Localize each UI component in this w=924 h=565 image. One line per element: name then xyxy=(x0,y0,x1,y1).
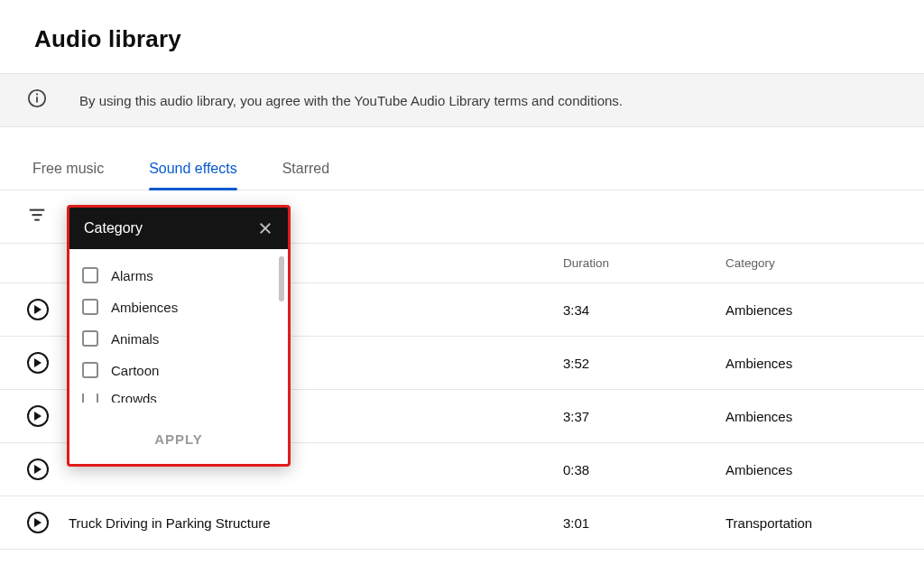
filter-option-ambiences[interactable]: Ambiences xyxy=(82,299,275,315)
tab-starred[interactable]: Starred xyxy=(282,161,329,190)
track-duration: 3:37 xyxy=(563,409,725,424)
option-label: Alarms xyxy=(111,268,153,283)
svg-marker-6 xyxy=(34,305,42,314)
popup-header: Category xyxy=(69,208,288,249)
option-label: Cartoon xyxy=(111,363,159,378)
table-row: Truck Driving in Parking Structure 3:01 … xyxy=(0,496,924,550)
svg-marker-7 xyxy=(34,358,42,367)
track-duration: 0:38 xyxy=(563,462,725,477)
checkbox[interactable] xyxy=(82,330,98,347)
checkbox[interactable] xyxy=(82,299,98,315)
tabs-bar: Free music Sound effects Starred xyxy=(0,127,924,190)
checkbox[interactable] xyxy=(82,362,98,378)
svg-marker-8 xyxy=(34,412,42,421)
play-button[interactable] xyxy=(27,512,49,533)
svg-rect-4 xyxy=(32,214,42,216)
info-icon xyxy=(27,88,47,112)
play-button[interactable] xyxy=(27,352,49,374)
track-category: Ambiences xyxy=(725,462,897,477)
tab-free-music[interactable]: Free music xyxy=(32,161,104,190)
popup-title: Category xyxy=(84,220,143,236)
terms-notice-bar: By using this audio library, you agree w… xyxy=(0,73,924,127)
popup-footer: APPLY xyxy=(69,417,288,464)
terms-notice-text: By using this audio library, you agree w… xyxy=(79,93,623,108)
option-label: Animals xyxy=(111,331,159,347)
option-label: Ambiences xyxy=(111,300,178,315)
option-label: Crowds xyxy=(111,394,157,403)
track-title: Truck Driving in Parking Structure xyxy=(69,515,563,531)
column-header-duration[interactable]: Duration xyxy=(563,256,725,270)
play-button[interactable] xyxy=(27,458,49,480)
filter-option-partial[interactable]: Crowds xyxy=(82,394,275,403)
filter-option-alarms[interactable]: Alarms xyxy=(82,267,275,283)
checkbox[interactable] xyxy=(82,394,98,403)
svg-marker-9 xyxy=(34,465,42,474)
checkbox[interactable] xyxy=(82,267,98,283)
track-duration: 3:01 xyxy=(563,515,725,531)
track-duration: 3:34 xyxy=(563,302,725,318)
filter-option-animals[interactable]: Animals xyxy=(82,330,275,347)
svg-rect-3 xyxy=(30,209,45,211)
track-duration: 3:52 xyxy=(563,356,725,371)
play-button[interactable] xyxy=(27,405,49,427)
track-category: Ambiences xyxy=(725,302,897,318)
track-category: Ambiences xyxy=(725,409,897,424)
close-icon[interactable] xyxy=(257,220,273,236)
svg-point-2 xyxy=(36,93,38,95)
tab-sound-effects[interactable]: Sound effects xyxy=(149,161,237,190)
track-category: Ambiences xyxy=(725,356,897,371)
popup-options-list: Alarms Ambiences Animals Cartoon Crowds xyxy=(69,249,288,417)
svg-marker-10 xyxy=(34,518,42,527)
page-title: Audio library xyxy=(0,0,924,73)
apply-button[interactable]: APPLY xyxy=(154,431,203,447)
play-button[interactable] xyxy=(27,299,49,320)
svg-rect-5 xyxy=(34,219,40,221)
filter-icon[interactable] xyxy=(27,205,47,228)
filter-option-cartoon[interactable]: Cartoon xyxy=(82,362,275,378)
scrollbar-thumb[interactable] xyxy=(279,256,284,301)
track-category: Transportation xyxy=(725,515,897,531)
category-filter-popup: Category Alarms Ambiences Animals Cartoo… xyxy=(67,205,291,467)
column-header-category[interactable]: Category xyxy=(725,256,897,270)
